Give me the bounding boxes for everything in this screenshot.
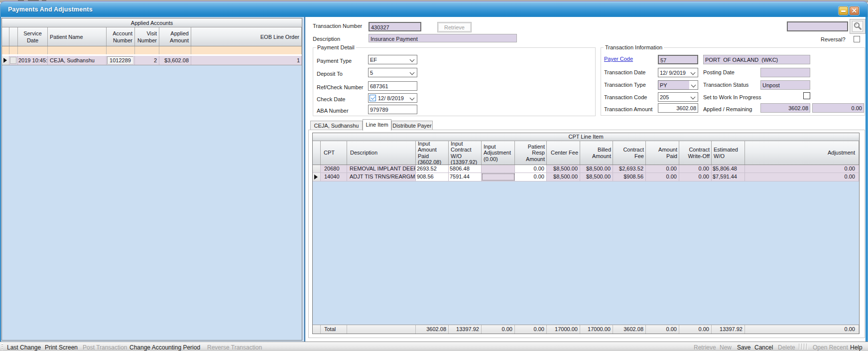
estimated-wo-column-header[interactable]: Estimated W/O: [712, 141, 745, 165]
input-contract-wo-cell[interactable]: 5806.48: [449, 165, 482, 173]
contract-fee-cell[interactable]: $908.56: [613, 173, 646, 181]
cancel-button[interactable]: Cancel: [754, 344, 773, 351]
description-column-header[interactable]: Description: [347, 141, 416, 165]
input-adjustment-column-header[interactable]: Input Adjustment (0.00): [482, 141, 515, 165]
applied-amount-cell[interactable]: $3,602.08: [159, 56, 191, 65]
filter-cell[interactable]: [159, 46, 191, 54]
patient-resp-amount-column-header[interactable]: Patient Resp Amount: [515, 141, 547, 165]
set-wip-checkbox[interactable]: [803, 92, 810, 99]
close-button[interactable]: ✕: [850, 6, 859, 15]
save-button[interactable]: Save: [737, 344, 750, 351]
ref-check-number-input[interactable]: 687361: [368, 81, 417, 91]
transaction-code-combo[interactable]: 205: [658, 92, 698, 102]
description-input[interactable]: Insurance Payment: [369, 34, 517, 42]
center-fee-cell[interactable]: $8,500.00: [547, 165, 580, 173]
payment-type-combo[interactable]: EF: [368, 55, 417, 64]
billed-amount-cell[interactable]: $8,500.00: [580, 173, 613, 181]
input-amount-paid-cell[interactable]: 2693.52: [416, 165, 449, 173]
payer-code-input[interactable]: 57: [658, 55, 698, 64]
print-screen-button[interactable]: Print Screen: [45, 344, 78, 351]
payer-code-link[interactable]: Payer Code: [604, 56, 633, 62]
filter-cell[interactable]: [9, 46, 18, 54]
cpt-cell[interactable]: 20680: [321, 165, 347, 173]
search-button[interactable]: [850, 19, 866, 34]
row-button-cell[interactable]: [9, 56, 18, 65]
billed-amount-column-header[interactable]: Billed Amount: [580, 141, 613, 165]
reversal-checkbox[interactable]: [854, 36, 860, 42]
contract-fee-column-header[interactable]: Contract Fee: [613, 141, 646, 165]
cpt-row[interactable]: 20680 REMOVAL IMPLANT DEEP 2693.52 5806.…: [313, 165, 859, 173]
contract-write-off-column-header[interactable]: Contract Write-Off: [679, 141, 712, 165]
filter-cell[interactable]: [191, 46, 302, 54]
visit-number-column-header[interactable]: Visit Number: [135, 27, 159, 46]
service-date-cell[interactable]: 2019 10:45:0: [18, 56, 48, 65]
eob-line-order-column-header[interactable]: EOB Line Order: [191, 27, 302, 46]
account-number-column-header[interactable]: Account Number: [107, 27, 135, 46]
contract-write-off-cell[interactable]: 0.00: [679, 173, 712, 181]
contract-fee-cell[interactable]: $2,693.52: [613, 165, 646, 173]
check-date-picker[interactable]: 12/ 8/2019: [368, 93, 417, 103]
chevron-down-icon[interactable]: [410, 70, 415, 75]
filter-cell[interactable]: [48, 46, 107, 54]
transaction-type-combo[interactable]: PY: [658, 80, 698, 90]
cpt-cell[interactable]: 14040: [321, 173, 347, 181]
help-button[interactable]: Help: [850, 344, 863, 351]
estimated-wo-cell[interactable]: $7,591.44: [712, 173, 745, 181]
transaction-number-input[interactable]: 430327: [369, 22, 421, 31]
estimated-wo-cell[interactable]: $5,806.48: [712, 165, 745, 173]
patient-name-cell[interactable]: CEJA, Sudhanshu: [48, 56, 107, 65]
combo-button[interactable]: [689, 81, 698, 89]
eob-line-order-cell[interactable]: 1: [191, 56, 302, 65]
chevron-down-icon[interactable]: [691, 83, 696, 88]
retrieve-button[interactable]: Retrieve: [437, 22, 472, 32]
patient-resp-amount-cell[interactable]: 0.00: [515, 165, 547, 173]
tab-patient[interactable]: CEJA, Sudhanshu: [310, 121, 363, 130]
last-change-button[interactable]: Last Change: [7, 344, 41, 351]
title-bar[interactable]: Payments And Adjustments ✕: [0, 1, 868, 17]
filter-cell[interactable]: [135, 46, 159, 54]
account-number-box[interactable]: 1012289: [107, 56, 133, 64]
new-button[interactable]: New: [720, 344, 732, 351]
filter-cell[interactable]: [18, 46, 48, 54]
amount-paid-cell[interactable]: 0.00: [646, 165, 679, 173]
billed-amount-cell[interactable]: $8,500.00: [580, 165, 613, 173]
patient-resp-amount-cell[interactable]: 0.00: [515, 173, 547, 181]
input-amount-paid-column-header[interactable]: Input Amount Paid (3602.08): [416, 141, 449, 165]
adjustment-cell[interactable]: 0.00: [745, 165, 859, 173]
filter-cell[interactable]: [2, 46, 9, 54]
transaction-date-picker[interactable]: 12/ 9/2019: [658, 68, 698, 77]
visit-number-cell[interactable]: 2: [135, 56, 159, 65]
aba-number-input[interactable]: 979789: [368, 105, 417, 114]
transaction-amount-input[interactable]: 3602.08: [658, 103, 698, 113]
input-contract-wo-column-header[interactable]: Input Contract W/O (13397.92): [449, 141, 482, 165]
contract-write-off-cell[interactable]: 0.00: [679, 165, 712, 173]
change-accounting-period-button[interactable]: Change Accounting Period: [129, 344, 200, 351]
chevron-down-icon[interactable]: [410, 96, 415, 101]
tab-distribute-payer[interactable]: Distribute Payer: [391, 121, 433, 130]
adjustment-cell[interactable]: 0.00: [745, 173, 859, 181]
row-button[interactable]: [10, 57, 16, 64]
amount-paid-column-header[interactable]: Amount Paid: [646, 141, 679, 165]
adjustment-column-header[interactable]: Adjustment: [745, 141, 859, 165]
check-date-checkbox[interactable]: [370, 95, 376, 101]
delete-button[interactable]: Delete: [778, 344, 795, 351]
open-recent-button[interactable]: Open Recent: [813, 344, 848, 351]
post-transaction-button[interactable]: Post Transaction: [83, 344, 127, 351]
retrieve-menu-button[interactable]: Retrieve: [694, 344, 716, 351]
patient-name-column-header[interactable]: Patient Name: [48, 27, 107, 46]
applied-account-row[interactable]: 2019 10:45:0 CEJA, Sudhanshu 1012289 2 $…: [2, 56, 302, 65]
search-input[interactable]: [787, 21, 848, 31]
minimize-button[interactable]: [839, 6, 848, 15]
chevron-down-icon[interactable]: [691, 70, 696, 75]
account-number-cell[interactable]: 1012289: [107, 56, 135, 65]
center-fee-column-header[interactable]: Center Fee: [547, 141, 580, 165]
amount-paid-cell[interactable]: 0.00: [646, 173, 679, 181]
cpt-row[interactable]: 14040 ADJT TIS TRNS/REARGM 908.56 7591.4…: [313, 173, 859, 181]
chevron-down-icon[interactable]: [410, 57, 415, 62]
input-adjustment-cell-focused[interactable]: [482, 173, 515, 181]
center-fee-cell[interactable]: $8,500.00: [547, 173, 580, 181]
input-adjustment-cell[interactable]: [482, 165, 515, 173]
cpt-column-header[interactable]: CPT: [321, 141, 347, 165]
reverse-transaction-button[interactable]: Reverse Transaction: [207, 344, 262, 351]
chevron-down-icon[interactable]: [691, 95, 696, 100]
